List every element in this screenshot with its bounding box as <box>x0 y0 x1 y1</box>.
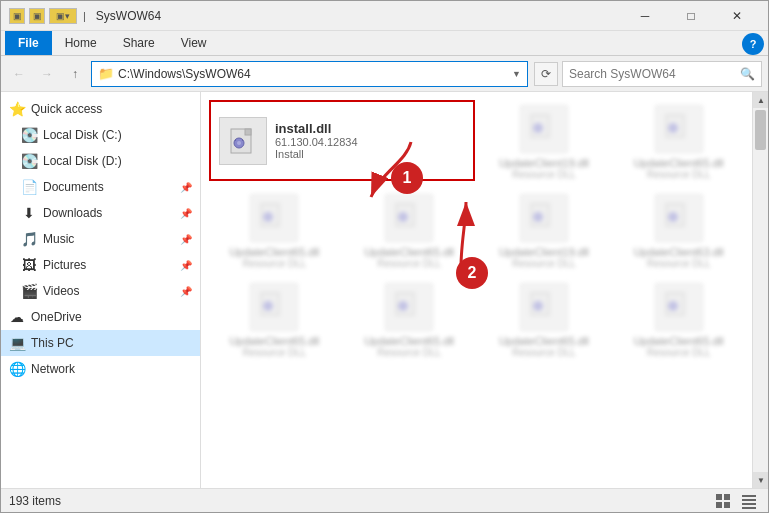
file-item-name: UpdateClient65.dll <box>229 246 319 258</box>
svg-point-15 <box>398 212 408 222</box>
file-item[interactable]: UpdateClient65.dll Resource DLL <box>479 278 610 363</box>
downloads-icon: ⬇ <box>21 205 37 221</box>
statusbar-view-buttons <box>712 490 760 512</box>
addressbar: ← → ↑ 📁 C:\Windows\SysWOW64 ▼ ⟳ 🔍 <box>1 56 768 92</box>
large-icon-view-button[interactable] <box>712 490 734 512</box>
search-box[interactable]: 🔍 <box>562 61 762 87</box>
file-item[interactable]: UpdateClient65.dll Resource DLL <box>613 100 744 185</box>
window: ▣ ▣ ▣▾ | SysWOW64 ─ □ ✕ File Home Share … <box>0 0 769 513</box>
file-item-icon <box>250 194 298 242</box>
titlebar-icons: ▣ ▣ ▣▾ <box>9 8 77 24</box>
scroll-up-button[interactable]: ▲ <box>753 92 768 108</box>
address-text: C:\Windows\SysWOW64 <box>118 67 508 81</box>
search-icon: 🔍 <box>740 67 755 81</box>
sidebar-label-local-c: Local Disk (C:) <box>43 128 122 142</box>
sidebar-label-music: Music <box>43 232 74 246</box>
file-item[interactable]: UpdateClient65.dll Resource DLL <box>209 189 340 274</box>
statusbar: 193 items <box>1 488 768 512</box>
local-c-icon: 💽 <box>21 127 37 143</box>
file-item-icon <box>385 283 433 331</box>
file-item-sub: Resource DLL <box>647 169 711 180</box>
file-item-sub: Resource DLL <box>512 347 576 358</box>
file-item-sub: Resource DLL <box>377 258 441 269</box>
content-area: install.dll 61.130.04.12834 Install Upda… <box>201 92 752 488</box>
tab-share[interactable]: Share <box>110 31 168 55</box>
sidebar-item-local-d[interactable]: 💽 Local Disk (D:) <box>1 148 200 174</box>
help-button[interactable]: ? <box>742 33 764 55</box>
install-dll-details: 61.130.04.12834 <box>275 136 358 148</box>
file-item[interactable]: UpdateClient65.dll Resource DLL <box>344 278 475 363</box>
tab-file[interactable]: File <box>5 31 52 55</box>
documents-pin: 📌 <box>180 182 192 193</box>
search-input[interactable] <box>569 67 740 81</box>
sidebar-item-local-c[interactable]: 💽 Local Disk (C:) <box>1 122 200 148</box>
file-item-name: UpdateClient65.dll <box>634 157 724 169</box>
svg-rect-6 <box>235 139 236 141</box>
svg-point-17 <box>533 212 543 222</box>
file-item-icon <box>520 194 568 242</box>
sidebar-item-documents[interactable]: 📄 Documents 📌 <box>1 174 200 200</box>
titlebar-buttons: ─ □ ✕ <box>622 1 760 31</box>
ribbon: File Home Share View ? <box>1 31 768 56</box>
svg-point-27 <box>668 301 678 311</box>
install-dll-sub: Install <box>275 148 358 160</box>
sidebar-item-this-pc[interactable]: 💻 This PC <box>1 330 200 356</box>
minimize-button[interactable]: ─ <box>622 1 668 31</box>
pictures-icon: 🖼 <box>21 257 37 273</box>
scrollbar-thumb[interactable] <box>755 110 766 150</box>
svg-rect-3 <box>245 129 251 135</box>
ribbon-tabs: File Home Share View ? <box>1 31 768 55</box>
scrollbar[interactable]: ▲ ▼ <box>752 92 768 488</box>
item-count: 193 items <box>9 494 61 508</box>
network-icon: 🌐 <box>9 361 25 377</box>
up-button[interactable]: ↑ <box>63 62 87 86</box>
file-item-name: UpdateClient65.dll <box>364 335 454 347</box>
file-item[interactable]: UpdateClient63.dll Resource DLL <box>613 189 744 274</box>
file-item[interactable]: UpdateClient19.dll Resource DLL <box>479 189 610 274</box>
music-icon: 🎵 <box>21 231 37 247</box>
forward-button[interactable]: → <box>35 62 59 86</box>
titlebar-icon-1: ▣ <box>9 8 25 24</box>
sidebar: ⭐ Quick access 💽 Local Disk (C:) 💽 Local… <box>1 92 201 488</box>
onedrive-icon: ☁ <box>9 309 25 325</box>
quick-access-icon: ⭐ <box>9 101 25 117</box>
svg-point-13 <box>263 212 273 222</box>
file-item[interactable]: UpdateClient65.dll Resource DLL <box>613 278 744 363</box>
file-item-name: UpdateClient65.dll <box>229 335 319 347</box>
sidebar-item-pictures[interactable]: 🖼 Pictures 📌 <box>1 252 200 278</box>
address-dropdown-icon[interactable]: ▼ <box>512 69 521 79</box>
sidebar-label-quick-access: Quick access <box>31 102 102 116</box>
titlebar: ▣ ▣ ▣▾ | SysWOW64 ─ □ ✕ <box>1 1 768 31</box>
file-item-icon <box>655 194 703 242</box>
maximize-button[interactable]: □ <box>668 1 714 31</box>
svg-point-9 <box>533 123 543 133</box>
close-button[interactable]: ✕ <box>714 1 760 31</box>
file-item[interactable]: UpdateClient19.dll Resource DLL <box>479 100 610 185</box>
sidebar-item-onedrive[interactable]: ☁ OneDrive <box>1 304 200 330</box>
refresh-button[interactable]: ⟳ <box>534 62 558 86</box>
svg-rect-30 <box>716 502 722 508</box>
back-button[interactable]: ← <box>7 62 31 86</box>
svg-rect-28 <box>716 494 722 500</box>
file-item[interactable]: UpdateClient65.dll Resource DLL <box>209 278 340 363</box>
sidebar-item-quick-access[interactable]: ⭐ Quick access <box>1 96 200 122</box>
file-grid: install.dll 61.130.04.12834 Install Upda… <box>201 92 752 488</box>
install-dll-item[interactable]: install.dll 61.130.04.12834 Install <box>209 100 475 181</box>
sidebar-item-videos[interactable]: 🎬 Videos 📌 <box>1 278 200 304</box>
sidebar-item-downloads[interactable]: ⬇ Downloads 📌 <box>1 200 200 226</box>
sidebar-label-this-pc: This PC <box>31 336 74 350</box>
file-item-name: UpdateClient65.dll <box>499 335 589 347</box>
folder-icon: 📁 <box>98 66 114 81</box>
file-item-sub: Resource DLL <box>647 258 711 269</box>
detail-view-button[interactable] <box>738 490 760 512</box>
address-box[interactable]: 📁 C:\Windows\SysWOW64 ▼ <box>91 61 528 87</box>
content-wrapper: 1 2 <box>201 92 768 488</box>
sidebar-item-music[interactable]: 🎵 Music 📌 <box>1 226 200 252</box>
tab-home[interactable]: Home <box>52 31 110 55</box>
documents-icon: 📄 <box>21 179 37 195</box>
file-item[interactable]: UpdateClient65.dll Resource DLL <box>344 189 475 274</box>
sidebar-label-local-d: Local Disk (D:) <box>43 154 122 168</box>
tab-view[interactable]: View <box>168 31 220 55</box>
sidebar-item-network[interactable]: 🌐 Network <box>1 356 200 382</box>
scroll-down-button[interactable]: ▼ <box>753 472 768 488</box>
